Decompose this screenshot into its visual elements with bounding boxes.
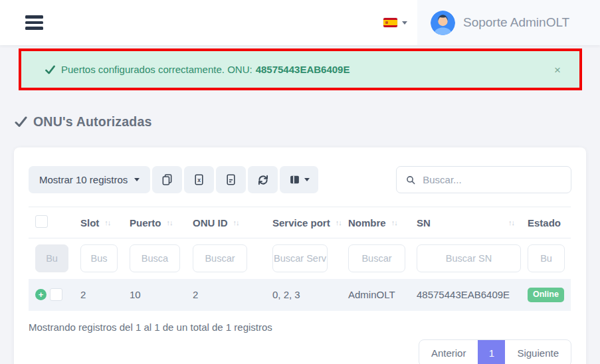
app-screen: Soporte AdminOLT Puertos configurados co… [0, 0, 600, 364]
cell-service-port: 0, 2, 3 [266, 279, 342, 311]
filter-nombre-input[interactable] [348, 244, 405, 272]
user-name: Soporte AdminOLT [463, 15, 569, 30]
cell-nombre: AdminOLT [342, 279, 410, 311]
columns-icon [289, 174, 300, 185]
user-menu[interactable]: Soporte AdminOLT [417, 0, 600, 45]
column-header-nombre[interactable]: Nombre ↑↓ [342, 207, 410, 238]
caret-down-icon [134, 178, 140, 181]
caret-down-icon [304, 178, 310, 181]
sort-icon: ↑↓ [167, 219, 173, 227]
table-search [396, 166, 571, 193]
column-header-sn[interactable]: SN ↑↓ [410, 207, 521, 238]
sort-icon: ↑↓ [233, 219, 239, 227]
header-label: Slot [80, 217, 99, 228]
document-icon [225, 174, 237, 185]
pagination: Anterior 1 Siguiente [29, 339, 571, 364]
copy-icon [161, 174, 173, 185]
search-input[interactable] [423, 174, 561, 185]
onu-table: Slot ↑↓ Puerto ↑↓ ONU ID ↑↓ Service port… [29, 207, 571, 311]
table-row: + 2 10 2 0, 2, 3 AdminOLT 48575443EAB640… [29, 279, 571, 311]
caret-down-icon [402, 21, 407, 25]
column-visibility-button[interactable] [280, 166, 318, 193]
filter-puerto-input[interactable] [130, 244, 180, 272]
column-header-onu-id[interactable]: ONU ID ↑↓ [186, 207, 266, 238]
topbar: Soporte AdminOLT [0, 0, 600, 45]
table-toolbar: Mostrar 10 registros x [29, 166, 571, 193]
filter-row [29, 238, 571, 280]
column-header-estado: Estado [521, 207, 571, 238]
column-header-service-port[interactable]: Service port ↑↓ [266, 207, 342, 238]
close-icon[interactable]: × [554, 64, 561, 75]
refresh-icon [257, 174, 269, 186]
cell-sn: 48575443EAB6409E [410, 279, 521, 311]
records-summary: Mostrando registros del 1 al 1 de un tot… [29, 321, 571, 333]
page-title: ONU's Autorizadas [15, 114, 600, 130]
button-strip: Mostrar 10 registros x [29, 166, 318, 193]
header-label: Nombre [348, 217, 386, 228]
filter-service-port-input[interactable] [272, 244, 328, 272]
cell-slot: 2 [74, 279, 123, 311]
sort-icon: ↑↓ [391, 219, 397, 227]
pagination-prev[interactable]: Anterior [419, 340, 478, 364]
header-label: ONU ID [193, 217, 228, 228]
filter-select-input [35, 244, 68, 272]
select-all-checkbox[interactable] [35, 215, 48, 228]
file-export-button[interactable] [216, 166, 246, 193]
menu-toggle-icon[interactable] [25, 15, 43, 30]
cell-puerto: 10 [123, 279, 186, 311]
expand-row-icon[interactable]: + [35, 289, 47, 300]
header-label: Estado [528, 217, 561, 228]
filter-sn-input[interactable] [417, 244, 521, 272]
column-header-slot[interactable]: Slot ↑↓ [74, 207, 123, 238]
header-label: Service port [272, 217, 330, 228]
row-checkbox[interactable] [50, 288, 62, 301]
sort-icon: ↑↓ [336, 219, 342, 227]
alert-onu-sn: 48575443EAB6409E [256, 64, 350, 75]
copy-button[interactable] [152, 166, 182, 193]
refresh-button[interactable] [248, 166, 278, 193]
pagination-page-1[interactable]: 1 [478, 340, 505, 364]
page-length-dropdown[interactable]: Mostrar 10 registros [29, 166, 150, 193]
check-icon [15, 116, 27, 128]
alert-message: Puertos configurados correctamente. ONU:… [61, 64, 350, 75]
header-label: Puerto [130, 217, 161, 228]
success-alert: Puertos configurados correctamente. ONU:… [21, 51, 579, 88]
page-title-text: ONU's Autorizadas [33, 114, 152, 130]
filter-slot-input[interactable] [80, 244, 118, 272]
cell-onu-id: 2 [186, 279, 266, 311]
pagination-next[interactable]: Siguiente [505, 340, 571, 364]
status-badge: Online [528, 288, 564, 302]
user-avatar [431, 11, 455, 35]
excel-file-icon: x [193, 174, 205, 185]
spain-flag-icon [383, 18, 397, 28]
datatable-card: Mostrar 10 registros x [14, 147, 586, 364]
filter-onu-id-input[interactable] [193, 244, 247, 272]
annotation-highlight-box: Puertos configurados correctamente. ONU:… [19, 48, 582, 90]
check-icon [45, 65, 55, 74]
language-selector[interactable] [383, 18, 407, 28]
header-row: Slot ↑↓ Puerto ↑↓ ONU ID ↑↓ Service port… [29, 207, 571, 238]
column-header-puerto[interactable]: Puerto ↑↓ [123, 207, 186, 238]
page-length-label: Mostrar 10 registros [39, 174, 128, 185]
sort-icon: ↑↓ [104, 219, 110, 227]
alert-text: Puertos configurados correctamente. ONU: [61, 64, 252, 75]
filter-estado-input[interactable] [528, 244, 565, 272]
excel-export-button[interactable]: x [184, 166, 214, 193]
svg-text:x: x [198, 177, 201, 183]
search-icon [406, 175, 415, 185]
sort-icon: ↑↓ [508, 219, 514, 227]
header-label: SN [417, 217, 431, 228]
